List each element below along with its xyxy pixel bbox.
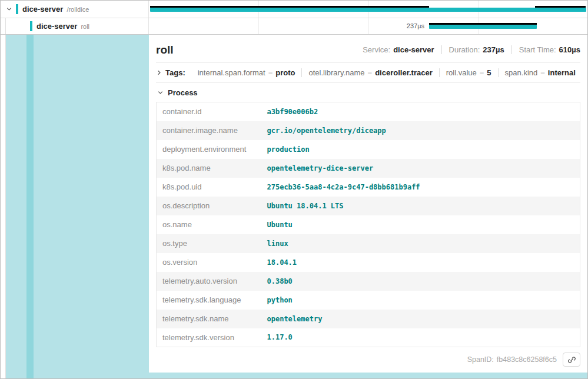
service-name: dice-server [22,5,63,14]
span-footer: SpanID: fb483c8c6258f6c5 [156,347,580,372]
value-cell: 0.38b0 [261,272,580,291]
span-row-roll[interactable]: dice-server roll 237µs [1,18,587,35]
span-name-cell[interactable]: dice-server roll [1,18,149,34]
tags-section-header[interactable]: Tags: internal.span.format = proto otel.… [156,63,580,83]
process-table-body: container.id a3bf90e006b2 container.imag… [157,102,580,347]
tag-value: internal [548,68,576,77]
value-cell: 275ecb36-5aa8-4c2a-9c47-d8bb681b9aff [261,178,580,197]
value-cell: python [261,291,580,310]
table-row: os.description Ubuntu 18.04.1 LTS [157,197,580,215]
operation-name: roll [81,23,89,30]
overview-label: Service: [363,45,390,54]
tag-equals: = [480,68,484,77]
value-cell: a3bf90e006b2 [261,102,580,121]
tag-equals: = [368,68,373,77]
table-row: container.id a3bf90e006b2 [157,102,580,121]
service-color-strip [30,21,32,31]
operation-name: /rolldice [67,6,89,13]
process-section-header[interactable]: Process [156,83,580,102]
span-detail-panel: roll Service: dice-server Duration: 237µ… [149,35,587,373]
trace-timeline: dice-server /rolldice dice-server roll [1,1,587,35]
table-row: container.image.name gcr.io/opentelemetr… [157,121,580,140]
value-cell: 18.04.1 [261,253,580,272]
key-cell: k8s.pod.uid [157,178,261,197]
value-cell: linux [261,234,580,253]
tags-label: Tags: [165,68,185,77]
key-cell: telemetry.auto.version [157,272,261,291]
table-row: deployment.environment production [157,140,580,159]
spanid-label: SpanID: [467,355,494,364]
timeline-tick [258,18,259,34]
tag-summary-item: span.kind = internal [498,68,582,77]
tag-value: proto [275,68,295,77]
overview-label: Duration: [449,45,480,54]
tag-key: internal.span.format [198,68,265,77]
overview-value: dice-server [393,45,434,54]
key-cell: os.description [157,197,261,215]
critical-path-segment [535,6,586,8]
table-row: telemetry.sdk.name opentelemetry [157,310,580,328]
value-cell: Ubuntu [261,215,580,234]
key-cell: os.version [157,253,261,272]
table-row: telemetry.sdk.version 1.17.0 [157,328,580,347]
value-cell: opentelemetry-dice-server [261,159,580,178]
timeline-track [149,1,587,18]
jaeger-trace-view: dice-server /rolldice dice-server roll [0,0,588,379]
key-cell: container.id [157,102,261,121]
overview-item: Start Time: 610µs [511,45,580,54]
span-detail-header: roll Service: dice-server Duration: 237µ… [156,35,580,63]
span-link-button[interactable] [563,353,580,367]
span-row-rolldice[interactable]: dice-server /rolldice [1,1,587,18]
tag-key: otel.library.name [308,68,364,77]
overview-label: Start Time: [519,45,556,54]
tag-summary-item: otel.library.name = diceroller.tracer [301,68,438,77]
service-name: dice-server [36,22,77,31]
span-name-cell[interactable]: dice-server /rolldice [1,1,149,18]
key-cell: telemetry.sdk.language [157,291,261,310]
tag-summary-item: roll.value = 5 [439,68,498,77]
key-cell: container.image.name [157,121,261,140]
key-cell: k8s.pod.name [157,159,261,178]
tag-value: diceroller.tracer [375,68,433,77]
detail-row-left-gutter [1,35,149,378]
tag-value: 5 [487,68,491,77]
chevron-down-icon[interactable] [5,6,14,12]
overview-item: Duration: 237µs [441,45,504,54]
tag-equals: = [540,68,545,77]
key-cell: deployment.environment [157,140,261,159]
key-cell: os.type [157,234,261,253]
timeline-track: 237µs [149,18,587,34]
overview-value: 610µs [559,45,580,54]
tag-equals: = [268,68,273,77]
overview-item: Service: dice-server [363,45,434,54]
value-cell: opentelemetry [261,310,580,328]
tag-key: roll.value [446,68,477,77]
overview-value: 237µs [483,45,504,54]
tag-summary-list: internal.span.format = proto otel.librar… [191,68,582,77]
critical-path-segment [429,23,537,25]
tag-summary-item: internal.span.format = proto [191,68,302,77]
chevron-down-icon[interactable] [156,89,165,96]
critical-path-segment [150,6,429,8]
service-color-strip [16,4,18,14]
table-row: os.version 18.04.1 [157,253,580,272]
span-title: roll [156,44,174,56]
key-cell: os.name [157,215,261,234]
duration-label: 237µs [388,22,424,29]
table-row: telemetry.sdk.language python [157,291,580,310]
value-cell: 1.17.0 [261,328,580,347]
span-bar[interactable] [150,8,586,12]
tag-key: span.kind [505,68,538,77]
table-row: os.name Ubuntu [157,215,580,234]
chevron-right-icon[interactable] [156,69,162,76]
process-label: Process [168,88,198,97]
spanid-value: fb483c8c6258f6c5 [497,355,557,364]
value-cell: Ubuntu 18.04.1 LTS [261,197,580,215]
timeline-tick [368,18,369,34]
span-bar[interactable] [429,25,537,29]
process-table: container.id a3bf90e006b2 container.imag… [156,102,580,347]
detail-row-bottom-gutter [149,373,587,378]
key-cell: telemetry.sdk.name [157,310,261,328]
table-row: k8s.pod.name opentelemetry-dice-server [157,159,580,178]
value-cell: production [261,140,580,159]
